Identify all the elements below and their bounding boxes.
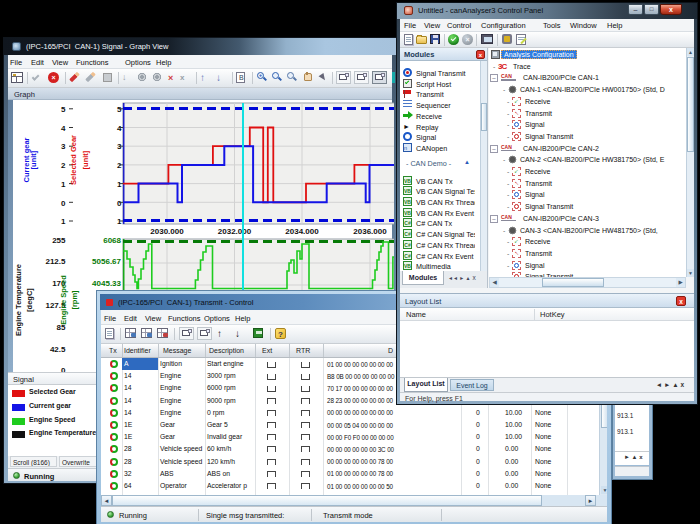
svg-text:1: 1 [61,217,66,226]
svg-text:6068: 6068 [103,236,121,245]
svg-text:2036.000: 2036.000 [353,227,387,236]
svg-text:[unit]: [unit] [29,150,38,169]
svg-text:0: 0 [117,199,122,208]
svg-text:Engine Speed: Engine Speed [59,275,68,325]
svg-text:2: 2 [117,161,122,170]
svg-text:212.5: 212.5 [45,257,66,266]
svg-text:[rpm]: [rpm] [70,290,79,310]
svg-text:Engine Temperature: Engine Temperature [14,264,23,336]
svg-text:5: 5 [61,105,66,114]
svg-text:4045.33: 4045.33 [92,279,121,288]
svg-text:Selected Gear: Selected Gear [69,135,78,185]
svg-text:2034.000: 2034.000 [285,227,319,236]
svg-text:1: 1 [61,180,66,189]
svg-text:3: 3 [61,142,66,151]
svg-text:[unit]: [unit] [81,150,90,169]
svg-text:0: 0 [61,199,66,208]
svg-text:255: 255 [52,236,66,245]
svg-text:2: 2 [61,161,66,170]
svg-text:42.5: 42.5 [50,345,66,354]
svg-text:2032.000: 2032.000 [218,227,252,236]
svg-text:[degC]: [degC] [25,288,34,312]
svg-text:5056.67: 5056.67 [92,257,121,266]
svg-text:2030.000: 2030.000 [150,227,184,236]
svg-text:4: 4 [61,124,66,133]
